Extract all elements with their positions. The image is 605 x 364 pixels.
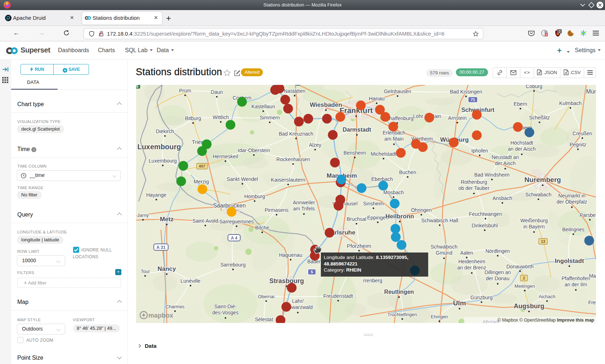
svg-text:Sinsheim: Sinsheim: [363, 201, 384, 206]
svg-text:Heilbronn: Heilbronn: [385, 213, 414, 220]
svg-text:Aalen: Aalen: [460, 250, 473, 256]
svg-text:Obernai: Obernai: [258, 294, 274, 299]
svg-text:Wittlich: Wittlich: [212, 114, 229, 120]
svg-text:Coburg: Coburg: [526, 85, 542, 89]
svg-text:Bad Windsheim: Bad Windsheim: [474, 172, 510, 178]
svg-text:Saint-Dié-: Saint-Dié-: [214, 304, 237, 309]
svg-text:Alzey: Alzey: [309, 142, 321, 148]
svg-text:Hermeskeil: Hermeskeil: [213, 154, 238, 159]
svg-text:Category: RHEIN: Category: RHEIN: [324, 267, 361, 273]
svg-text:Scheßlitz: Scheßlitz: [529, 115, 550, 120]
svg-text:Homburg: Homburg: [244, 194, 265, 199]
svg-text:Gmünd: Gmünd: [436, 250, 452, 256]
svg-text:Bad Kreuznach: Bad Kreuznach: [279, 131, 313, 137]
svg-text:Günzburg: Günzburg: [470, 295, 492, 300]
svg-text:Ulm: Ulm: [453, 299, 466, 307]
svg-text:Mosbach: Mosbach: [384, 190, 404, 195]
svg-text:Weißenburg: Weißenburg: [520, 218, 548, 223]
svg-text:Longitude and Latitude: 8.1359: Longitude and Latitude: 8.1359273095,: [324, 255, 408, 260]
svg-text:Dinkelsbühl: Dinkelsbühl: [472, 223, 498, 228]
svg-text:Creußen: Creußen: [573, 131, 592, 136]
svg-text:am Main: am Main: [384, 136, 404, 142]
svg-text:Nastätten: Nastätten: [284, 88, 305, 94]
svg-text:Ingolstadt: Ingolstadt: [555, 258, 584, 264]
svg-text:5: 5: [136, 85, 138, 88]
svg-text:Augsburg: Augsburg: [514, 302, 544, 310]
svg-text:© Mapbox © OpenStreetMap Impro: © Mapbox © OpenStreetMap Improve this ma…: [497, 318, 594, 323]
svg-text:an der Aisch: an der Aisch: [508, 146, 535, 152]
svg-text:der Donau: der Donau: [486, 276, 509, 281]
svg-text:ob der Tauber: ob der Tauber: [458, 185, 489, 191]
svg-text:Hanau: Hanau: [369, 95, 385, 101]
svg-text:Neumarkt in: Neumarkt in: [558, 193, 585, 199]
svg-text:Feuchtwangen: Feuchtwangen: [469, 211, 502, 217]
svg-text:Haguenau: Haguenau: [279, 252, 302, 258]
svg-text:Ansbach: Ansbach: [493, 195, 512, 201]
svg-text:13: 13: [541, 239, 545, 244]
svg-text:Sélestat: Sélestat: [255, 317, 273, 322]
svg-text:Jarny: Jarny: [137, 213, 149, 218]
svg-text:Meitingen: Meitingen: [515, 283, 535, 289]
svg-text:407: 407: [199, 164, 205, 168]
svg-text:mapbox: mapbox: [148, 312, 173, 319]
svg-text:Simmern: Simmern: [260, 115, 280, 120]
svg-text:des-Vosges: des-Vosges: [212, 310, 238, 315]
svg-text:der Aisch: der Aisch: [495, 160, 516, 166]
svg-text:Kaiserslautern: Kaiserslautern: [271, 177, 305, 183]
svg-text:Bitche: Bitche: [255, 225, 269, 231]
svg-text:Pegnitz: Pegnitz: [570, 142, 587, 147]
svg-text:Freudenstadt: Freudenstadt: [323, 293, 353, 299]
svg-text:Heidenheim: Heidenheim: [458, 259, 485, 264]
svg-text:Annweiler: Annweiler: [293, 200, 315, 205]
svg-text:Wiesbaden: Wiesbaden: [310, 101, 342, 108]
svg-text:Rothenburg: Rothenburg: [461, 179, 487, 185]
svg-text:Ebern: Ebern: [514, 101, 527, 107]
svg-text:rrenberg: rrenberg: [363, 278, 382, 283]
svg-text:71: 71: [471, 97, 475, 102]
svg-text:Rockenhausen: Rockenhausen: [276, 156, 310, 162]
svg-text:A 4: A 4: [231, 236, 238, 241]
svg-text:Saint-Avold: Saint-Avold: [192, 218, 218, 224]
svg-text:Neustadt an: Neustadt an: [492, 154, 519, 160]
svg-text:Bad Kissingen: Bad Kissingen: [450, 89, 482, 95]
svg-text:5: 5: [311, 270, 313, 274]
svg-text:Prüm: Prüm: [179, 88, 191, 94]
svg-text:Bensheim: Bensheim: [344, 150, 366, 156]
svg-text:Darmstadt: Darmstadt: [342, 127, 371, 133]
svg-text:Bitburg: Bitburg: [185, 115, 201, 121]
svg-text:Dillingen an: Dillingen an: [484, 269, 511, 275]
svg-text:Reutlingen: Reutlingen: [384, 289, 414, 295]
svg-text:am Trifels: am Trifels: [293, 206, 315, 211]
svg-text:Buchen: Buchen: [399, 169, 416, 175]
svg-text:Höchstadt: Höchstadt: [510, 140, 533, 146]
svg-text:Öhringen: Öhringen: [411, 207, 432, 213]
svg-text:Iphofen: Iphofen: [471, 148, 488, 154]
svg-text:Trochtelfingen: Trochtelfingen: [387, 312, 417, 317]
svg-text:A 31: A 31: [157, 245, 166, 250]
svg-text:in Bayern: in Bayern: [523, 224, 544, 229]
svg-text:an der Ilm: an der Ilm: [565, 282, 587, 287]
svg-text:Nuremberg: Nuremberg: [524, 176, 561, 183]
svg-text:Schwäbisch: Schwäbisch: [431, 244, 458, 250]
svg-text:Strasbourg: Strasbourg: [269, 277, 304, 285]
svg-text:48.8859674221: 48.8859674221: [324, 261, 358, 267]
svg-text:Frankfurt: Frankfurt: [340, 106, 373, 114]
svg-text:Ehingen: Ehingen: [431, 314, 448, 319]
svg-text:Sankt Wendel: Sankt Wendel: [227, 176, 258, 182]
svg-text:Kulmbach: Kulmbach: [559, 100, 582, 106]
svg-text:Diekirch: Diekirch: [156, 128, 174, 134]
svg-text:Parsberg: Parsberg: [580, 212, 596, 218]
svg-text:Lunéville: Lunéville: [180, 278, 200, 284]
svg-text:Gelnhausen: Gelnhausen: [384, 88, 411, 94]
svg-text:Charmes: Charmes: [166, 304, 185, 309]
svg-text:Beilngries: Beilngries: [562, 227, 584, 232]
svg-text:Lahr/: Lahr/: [292, 298, 304, 304]
svg-text:Sarrebourg: Sarrebourg: [220, 262, 246, 268]
svg-text:Münc: Münc: [586, 88, 596, 95]
svg-text:Arnstein: Arnstein: [448, 115, 466, 121]
svg-text:Luxembourg: Luxembourg: [149, 158, 177, 164]
svg-text:Schwäbisch Hall: Schwäbisch Hall: [421, 218, 458, 223]
svg-text:Donauwörth: Donauwörth: [506, 264, 534, 269]
svg-text:Metz: Metz: [160, 216, 174, 223]
svg-text:Idar-Oberstein: Idar-Oberstein: [238, 147, 270, 153]
